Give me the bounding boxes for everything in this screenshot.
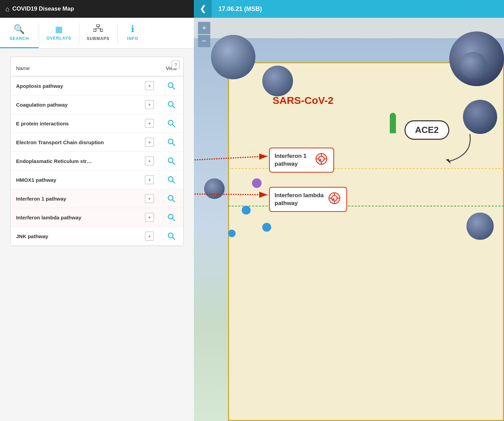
add-btn-electron[interactable]: + bbox=[145, 138, 154, 147]
view-btn-electron[interactable] bbox=[165, 138, 178, 146]
table-row-hmox1: HMOX1 pathway+ bbox=[11, 171, 183, 189]
add-btn-interferon1[interactable]: + bbox=[145, 194, 154, 203]
submap-table: Name View Apoptosis pathway+Coagulation … bbox=[11, 60, 183, 246]
row-name-interferonlambda: Interferon lambda pathway bbox=[16, 215, 143, 220]
app-title: COVID19 Disease Map bbox=[12, 5, 74, 12]
view-btn-eprotein[interactable] bbox=[165, 119, 178, 127]
purple-dot bbox=[252, 178, 262, 188]
svg-line-11 bbox=[173, 125, 175, 127]
view-btn-apoptosis[interactable] bbox=[165, 82, 178, 90]
svg-rect-1 bbox=[93, 29, 96, 31]
view-btn-coagulation[interactable] bbox=[165, 100, 178, 109]
add-btn-eprotein[interactable]: + bbox=[145, 119, 154, 128]
cell-interior bbox=[228, 62, 504, 421]
main-content: 🔍 SEARCH ▦ OVERLAYS SUBMAPS ℹ INFO bbox=[0, 18, 504, 421]
zoom-controls: + − bbox=[198, 22, 210, 47]
view-btn-endoplasmatic[interactable] bbox=[165, 157, 178, 165]
help-button[interactable]: ? bbox=[172, 60, 180, 69]
add-btn-interferonlambda[interactable]: + bbox=[145, 213, 154, 222]
home-icon: ⌂ bbox=[5, 5, 10, 13]
svg-point-31 bbox=[320, 159, 321, 161]
svg-line-7 bbox=[173, 87, 175, 90]
svg-line-17 bbox=[173, 181, 175, 184]
left-panel: 🔍 SEARCH ▦ OVERLAYS SUBMAPS ℹ INFO bbox=[0, 18, 194, 421]
blue-dot-1 bbox=[242, 206, 251, 215]
interferon-lambda-map-icon bbox=[327, 192, 342, 207]
table-row-jnk: JNK pathway+ bbox=[11, 227, 183, 246]
add-btn-apoptosis[interactable]: + bbox=[145, 81, 154, 90]
tab-info[interactable]: ℹ INFO bbox=[118, 18, 148, 48]
row-name-eprotein: E protein interactions bbox=[16, 121, 143, 126]
search-tab-icon: 🔍 bbox=[14, 24, 25, 35]
virus-particle-7 bbox=[466, 213, 494, 240]
tab-search[interactable]: 🔍 SEARCH bbox=[0, 18, 39, 48]
table-row-interferon1: Interferon 1 pathway+ bbox=[11, 189, 183, 208]
table-row-interferonlambda: Interferon lambda pathway+ bbox=[11, 208, 183, 227]
svg-point-38 bbox=[332, 199, 334, 200]
svg-line-9 bbox=[173, 106, 175, 108]
view-btn-interferonlambda[interactable] bbox=[165, 213, 178, 221]
col-name-header: Name bbox=[11, 60, 159, 76]
submaps-card: ? Name View Apoptosis pathway+Coagulatio… bbox=[10, 57, 184, 246]
submaps-area: ? Name View Apoptosis pathway+Coagulatio… bbox=[0, 49, 194, 421]
row-name-coagulation: Coagulation pathway bbox=[16, 102, 143, 108]
row-name-hmox1: HMOX1 pathway bbox=[16, 177, 143, 183]
tabs-row: 🔍 SEARCH ▦ OVERLAYS SUBMAPS ℹ INFO bbox=[0, 18, 194, 49]
table-row-apoptosis: Apoptosis pathway+ bbox=[11, 76, 183, 95]
blue-dot-2 bbox=[262, 223, 271, 232]
top-nav: ⌂ COVID19 Disease Map ≡ 🔒 👤⚙ ❮ 17.06.21 … bbox=[0, 0, 504, 18]
table-row-endoplasmatic: Endoplasmatic Reticulum str…+ bbox=[11, 152, 183, 171]
add-btn-coagulation[interactable]: + bbox=[145, 100, 154, 109]
map-area: + − SARS- bbox=[194, 18, 504, 421]
svg-line-19 bbox=[173, 200, 175, 202]
add-btn-jnk[interactable]: + bbox=[145, 232, 154, 241]
tab-overlays[interactable]: ▦ OVERLAYS bbox=[39, 18, 79, 48]
virus-particle-2 bbox=[262, 66, 293, 96]
svg-rect-0 bbox=[97, 24, 100, 27]
back-button[interactable]: ❮ bbox=[194, 0, 212, 18]
interferon1-map-box[interactable]: Interferon 1pathway bbox=[269, 148, 334, 173]
version-label: 17.06.21 (MSB) bbox=[212, 5, 269, 13]
overlays-tab-icon: ▦ bbox=[55, 25, 63, 34]
info-tab-label: INFO bbox=[127, 36, 138, 41]
interferon1-map-icon bbox=[314, 152, 329, 168]
version-bar: ❮ 17.06.21 (MSB) bbox=[194, 0, 504, 18]
table-row-coagulation: Coagulation pathway+ bbox=[11, 95, 183, 114]
row-name-electron: Electron Transport Chain disruption bbox=[16, 139, 143, 145]
zoom-in-button[interactable]: + bbox=[198, 22, 210, 34]
interferon1-map-text: Interferon 1pathway bbox=[275, 152, 311, 167]
table-row-electron: Electron Transport Chain disruption+ bbox=[11, 133, 183, 152]
svg-marker-24 bbox=[446, 159, 451, 164]
interferon-lambda-map-text: Interferon lambdapathway bbox=[275, 192, 324, 207]
receptor-shape bbox=[390, 113, 396, 133]
search-tab-label: SEARCH bbox=[10, 36, 29, 41]
add-btn-hmox1[interactable]: + bbox=[145, 175, 154, 184]
svg-line-15 bbox=[173, 162, 175, 165]
bio-diagram: SARS-CoV-2 ACE2 Interferon 1pathway bbox=[194, 38, 504, 421]
svg-line-5 bbox=[98, 28, 102, 29]
row-name-interferon1: Interferon 1 pathway bbox=[16, 196, 143, 202]
curved-arrow bbox=[436, 127, 477, 168]
virus-particle-1 bbox=[211, 35, 255, 79]
blue-dot-3 bbox=[228, 230, 236, 237]
interferon-lambda-map-box[interactable]: Interferon lambdapathway bbox=[269, 187, 347, 212]
view-btn-hmox1[interactable] bbox=[165, 176, 178, 184]
submaps-tab-icon bbox=[93, 24, 103, 35]
tab-submaps[interactable]: SUBMAPS bbox=[79, 18, 117, 48]
virus-particle-4 bbox=[460, 52, 487, 79]
info-tab-icon: ℹ bbox=[131, 24, 134, 35]
svg-line-21 bbox=[173, 219, 175, 221]
table-row-eprotein: E protein interactions+ bbox=[11, 114, 183, 133]
view-btn-interferon1[interactable] bbox=[165, 194, 178, 203]
submaps-tab-label: SUBMAPS bbox=[87, 36, 110, 41]
row-name-endoplasmatic: Endoplasmatic Reticulum str… bbox=[16, 158, 143, 164]
zoom-out-button[interactable]: − bbox=[198, 35, 210, 47]
row-name-jnk: JNK pathway bbox=[16, 233, 143, 239]
svg-line-4 bbox=[95, 28, 98, 29]
row-name-apoptosis: Apoptosis pathway bbox=[16, 83, 143, 89]
add-btn-endoplasmatic[interactable]: + bbox=[145, 157, 154, 165]
svg-line-23 bbox=[173, 237, 175, 240]
svg-line-13 bbox=[173, 144, 175, 146]
svg-rect-2 bbox=[100, 29, 103, 31]
view-btn-jnk[interactable] bbox=[165, 232, 178, 240]
